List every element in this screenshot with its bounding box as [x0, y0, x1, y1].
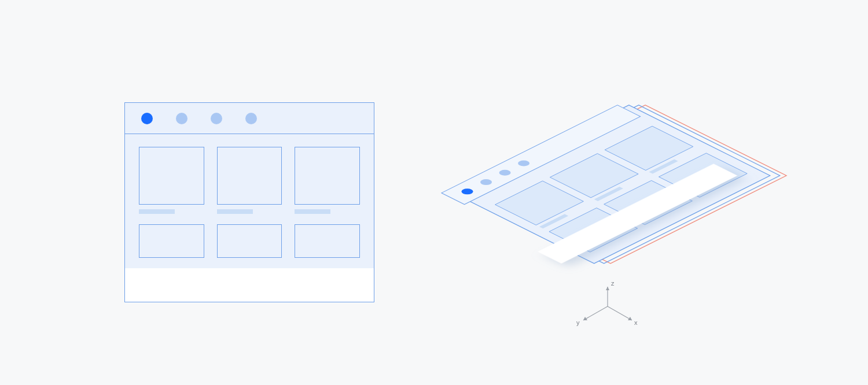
- svg-line-1: [608, 306, 632, 320]
- svg-marker-4: [628, 317, 632, 320]
- tab-dot-inactive: [478, 178, 494, 186]
- tab-dot-inactive: [176, 113, 187, 124]
- iso-card-grid: [495, 126, 748, 252]
- caption-bar: [139, 209, 175, 214]
- tab-dot-inactive: [516, 160, 532, 168]
- tab-dot-active: [141, 113, 153, 124]
- thumbnail-icon: [605, 126, 693, 170]
- thumbnail-icon: [295, 147, 360, 205]
- card-row: [139, 224, 360, 258]
- card-row: [139, 147, 360, 214]
- axis-x-label: x: [634, 319, 638, 326]
- iso-layer-red: [469, 105, 786, 264]
- caption-bar: [539, 214, 568, 228]
- thumbnail-icon: [139, 224, 204, 258]
- tab-dot-inactive: [496, 169, 513, 177]
- flat-browser-mockup: [124, 102, 374, 302]
- axis-y-label: y: [576, 319, 580, 326]
- svg-marker-3: [606, 287, 609, 290]
- card: [139, 224, 204, 258]
- thumbnail-icon: [139, 147, 204, 205]
- iso-white-overlay: [538, 164, 737, 264]
- svg-marker-5: [583, 317, 587, 320]
- axes-gizmo: z x y: [576, 280, 638, 326]
- flat-header: [125, 103, 374, 134]
- thumbnail-icon: [659, 153, 747, 197]
- flat-body: [125, 134, 374, 258]
- card: [295, 224, 360, 258]
- iso-panel: [453, 105, 770, 264]
- tab-dot-active: [459, 187, 475, 195]
- iso-layer-blue: [463, 105, 780, 264]
- caption-bar: [295, 209, 330, 214]
- thumbnail-icon: [495, 181, 584, 225]
- isometric-scene: z x y: [451, 75, 804, 353]
- thumbnail-icon: [217, 147, 282, 205]
- thumbnail-icon: [604, 180, 693, 224]
- thumbnail-icon: [295, 224, 360, 258]
- card: [217, 147, 282, 214]
- card: [217, 224, 282, 258]
- caption-bar: [217, 209, 253, 214]
- card: [139, 147, 204, 214]
- axis-z-label: z: [611, 280, 615, 287]
- caption-bar: [649, 160, 678, 174]
- iso-header-strip: [442, 105, 641, 205]
- tab-dot-inactive: [245, 113, 257, 124]
- svg-line-2: [583, 306, 608, 320]
- thumbnail-icon: [550, 154, 638, 198]
- card: [295, 147, 360, 214]
- tab-dot-inactive: [211, 113, 222, 124]
- caption-bar: [594, 187, 623, 201]
- thumbnail-icon: [217, 224, 282, 258]
- flat-footer-overlay: [125, 268, 374, 302]
- thumbnail-icon: [549, 208, 638, 252]
